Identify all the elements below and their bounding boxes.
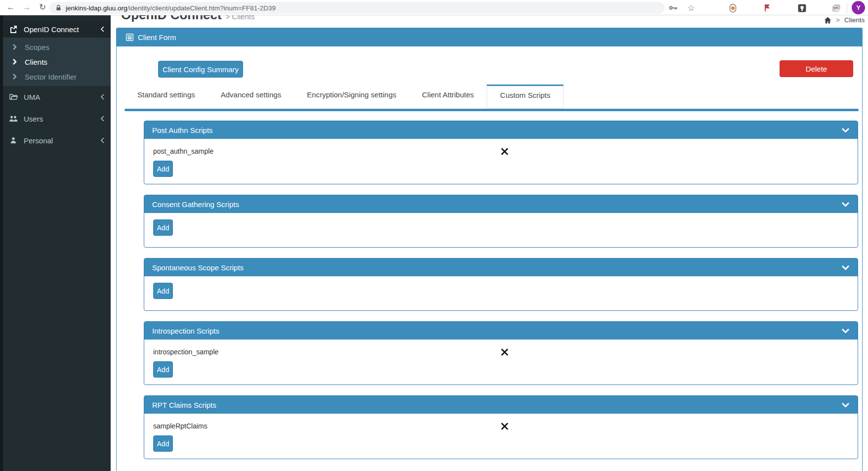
sidebar-item-label: OpenID Connect [24, 25, 100, 34]
client-form-header: Client Form [117, 28, 862, 46]
forward-icon[interactable]: → [20, 0, 34, 14]
panel-header[interactable]: Consent Gathering Scripts [144, 195, 858, 213]
panel-header[interactable]: Introspection Scripts [144, 322, 858, 340]
reload-icon[interactable]: ↻ [36, 0, 49, 14]
tab-encryption-signing-settings[interactable]: Encryption/Signing settings [294, 85, 409, 108]
script-row: post_authn_sample [153, 144, 849, 159]
chevron-left-icon [100, 115, 105, 122]
panel-title: Introspection Scripts [152, 327, 219, 335]
chevron-down-icon[interactable] [841, 402, 850, 408]
sidebar-item-label: Clients [25, 58, 111, 66]
page-heading-strip: OpenID Connect> Clients > Clients [111, 15, 868, 28]
home-icon[interactable] [824, 17, 831, 24]
remove-script-icon[interactable] [501, 423, 508, 430]
sidebar-item-clients[interactable]: Clients [3, 54, 111, 69]
panel-header[interactable]: Spontaneous Scope Scripts [144, 258, 858, 276]
flag-extension-icon[interactable] [762, 2, 773, 13]
sidebar: OpenID Connect Scopes Clients Sector Ide… [0, 15, 111, 471]
script-row: sampleRptClaims [153, 419, 849, 433]
chevron-down-icon[interactable] [841, 202, 850, 207]
tab-standard-settings[interactable]: Standard settings [124, 85, 208, 108]
sidebar-item-personal[interactable]: Personal [3, 129, 111, 151]
breadcrumb-tail[interactable]: Clients [844, 16, 865, 24]
remove-script-icon[interactable] [501, 348, 508, 356]
key-icon[interactable] [668, 2, 679, 13]
folder-icon [8, 93, 19, 100]
chevron-left-icon [100, 26, 105, 33]
script-name: introspection_sample [153, 348, 501, 356]
script-name: sampleRptClaims [153, 422, 501, 430]
client-form-title: Client Form [138, 33, 176, 42]
panel-post-authn-scripts: Post Authn Scripts post_authn_sample Add [144, 121, 858, 184]
chevron-left-icon [100, 137, 105, 144]
main-content: OpenID Connect> Clients > Clients Client… [111, 15, 868, 471]
chevron-down-icon[interactable] [841, 328, 850, 334]
panel-title: Consent Gathering Scripts [152, 200, 239, 209]
script-row: introspection_sample [153, 344, 849, 359]
address-bar[interactable]: jenkins-ldap.gluu.org/identity/client/up… [49, 2, 664, 14]
sidebar-item-sector-identifier[interactable]: Sector Identifier [3, 69, 111, 84]
browser-toolbar: ← → ↻ jenkins-ldap.gluu.org/identity/cli… [0, 0, 868, 15]
back-icon[interactable]: ← [4, 0, 18, 14]
lightbulb-extension-icon[interactable] [796, 2, 807, 13]
add-script-button[interactable]: Add [153, 361, 173, 378]
tab-advanced-settings[interactable]: Advanced settings [208, 85, 294, 108]
panel-spontaneous-scope-scripts: Spontaneous Scope Scripts Add [144, 258, 858, 311]
sidebar-submenu: Scopes Clients Sector Identifier [3, 38, 111, 86]
panel-title: Post Authn Scripts [152, 126, 213, 134]
panel-title: Spontaneous Scope Scripts [152, 263, 244, 272]
url-domain: jenkins-ldap.gluu.org [66, 4, 127, 12]
toolbar-divider [847, 3, 847, 13]
users-group-icon [8, 115, 19, 122]
chevron-right-icon [9, 59, 20, 65]
bookmark-star-icon[interactable]: ☆ [686, 2, 697, 13]
chevron-down-icon[interactable] [841, 265, 850, 270]
panel-introspection-scripts: Introspection Scripts introspection_samp… [144, 321, 858, 385]
panel-header[interactable]: Post Authn Scripts [144, 121, 858, 139]
external-link-icon [8, 25, 19, 33]
sessions-extension-icon[interactable] [831, 2, 842, 13]
panel-body: introspection_sample Add [144, 340, 858, 385]
client-form-box: Client Form Client Config Summary Delete… [116, 28, 863, 471]
chevron-down-icon[interactable] [841, 128, 850, 133]
sidebar-item-users[interactable]: Users [3, 108, 111, 129]
panel-rpt-claims-scripts: RPT Claims Scripts sampleRptClaims Add [144, 395, 858, 459]
add-script-button[interactable]: Add [153, 435, 173, 452]
add-script-button[interactable]: Add [153, 283, 173, 299]
proxy-extension-icon[interactable] [727, 2, 738, 13]
tab-content-divider [124, 109, 859, 111]
custom-scripts-panels: Post Authn Scripts post_authn_sample Add [144, 121, 858, 470]
chevron-left-icon [100, 93, 105, 100]
sidebar-item-label: UMA [24, 93, 100, 101]
delete-button[interactable]: Delete [780, 60, 853, 77]
panel-header[interactable]: RPT Claims Scripts [144, 396, 858, 414]
sidebar-item-label: Users [24, 115, 100, 123]
panel-body: sampleRptClaims Add [144, 414, 858, 459]
remove-script-icon[interactable] [501, 148, 508, 155]
page-title: OpenID Connect> Clients [121, 15, 254, 23]
sidebar-item-label: Sector Identifier [25, 73, 111, 81]
tab-custom-scripts[interactable]: Custom Scripts [487, 85, 564, 108]
chevron-right-icon [9, 44, 20, 50]
panel-body: Add [144, 276, 858, 310]
url-path: /identity/client/updateClient.htm?inum=F… [127, 4, 276, 12]
form-grid-icon [126, 34, 133, 41]
add-script-button[interactable]: Add [153, 161, 173, 177]
add-script-button[interactable]: Add [153, 219, 173, 236]
profile-avatar[interactable]: Y [852, 1, 865, 14]
script-name: post_authn_sample [153, 147, 501, 155]
sidebar-item-openid-connect[interactable]: OpenID Connect [3, 21, 111, 38]
panel-body: post_authn_sample Add [144, 139, 858, 184]
sidebar-item-label: Scopes [25, 43, 111, 51]
sidebar-item-label: Personal [24, 136, 100, 145]
panel-body: Add [144, 213, 858, 247]
tab-bar: Standard settings Advanced settings Encr… [124, 85, 564, 108]
breadcrumb: > Clients [824, 16, 865, 24]
sidebar-item-uma[interactable]: UMA [3, 86, 111, 108]
tab-client-attributes[interactable]: Client Attributes [409, 85, 487, 108]
panel-title: RPT Claims Scripts [152, 401, 216, 409]
lock-icon [55, 4, 62, 11]
sidebar-item-scopes[interactable]: Scopes [3, 40, 111, 54]
client-config-summary-button[interactable]: Client Config Summary [158, 61, 243, 78]
panel-consent-gathering-scripts: Consent Gathering Scripts Add [144, 195, 858, 248]
